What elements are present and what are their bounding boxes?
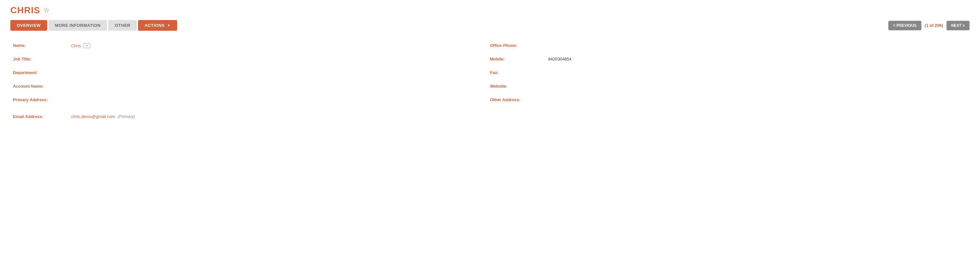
email-field-row: Email Address: chris.demo@gmail.com (Pri… (13, 108, 490, 122)
department-field-row: Department: (13, 67, 490, 81)
fax-label: Fax: (490, 70, 548, 75)
name-label: Name: (13, 43, 71, 48)
job-title-field-row: Job Title: (13, 53, 490, 67)
mobile-label: Mobile: (490, 57, 548, 61)
fax-field-row: Fax: (490, 67, 967, 81)
record-count: (1 of 206) (923, 23, 945, 28)
mobile-value: 8420304854 (548, 57, 571, 61)
website-label: Website: (490, 84, 548, 89)
email-value: chris.demo@gmail.com (Primary) (71, 114, 135, 119)
account-name-label: Account Name: (13, 84, 71, 89)
name-value: Chris ≡ (71, 43, 91, 48)
left-column: Name: Chris ≡ Job Title: Department: Acc… (13, 40, 490, 122)
primary-address-field-row: Primary Address: (13, 94, 490, 108)
tab-more-information[interactable]: MORE INFORMATION (48, 20, 107, 31)
job-title-label: Job Title: (13, 57, 71, 61)
right-column: Office Phone: Mobile: 8420304854 Fax: We… (490, 40, 967, 122)
other-address-field-row: Other Address: (490, 94, 967, 108)
tab-overview[interactable]: OVERVIEW (10, 20, 47, 31)
vcard-icon[interactable]: ≡ (83, 43, 91, 48)
mobile-field-row: Mobile: 8420304854 (490, 53, 967, 67)
office-phone-field-row: Office Phone: (490, 40, 967, 53)
website-field-row: Website: (490, 81, 967, 94)
page-title: CHRIS (10, 5, 40, 16)
next-button[interactable]: NEXT > (947, 21, 970, 30)
tab-actions[interactable]: ACTIONS ▼ (138, 20, 177, 31)
name-field-row: Name: Chris ≡ (13, 40, 490, 53)
email-tag: (Primary) (118, 114, 135, 119)
tab-other[interactable]: OTHER (108, 20, 137, 31)
previous-button[interactable]: < PREVIOUS (888, 21, 921, 30)
detail-form: Name: Chris ≡ Job Title: Department: Acc… (10, 40, 970, 122)
other-address-label: Other Address: (490, 97, 548, 102)
star-icon[interactable]: ☆ (43, 6, 50, 14)
department-label: Department: (13, 70, 71, 75)
navigation-controls: < PREVIOUS (1 of 206) NEXT > (888, 21, 970, 30)
tab-bar: OVERVIEW MORE INFORMATION OTHER ACTIONS … (10, 20, 177, 31)
email-label: Email Address: (13, 114, 71, 119)
office-phone-label: Office Phone: (490, 43, 548, 48)
primary-address-label: Primary Address: (13, 97, 71, 102)
chevron-down-icon: ▼ (167, 24, 170, 27)
account-name-field-row: Account Name: (13, 81, 490, 94)
